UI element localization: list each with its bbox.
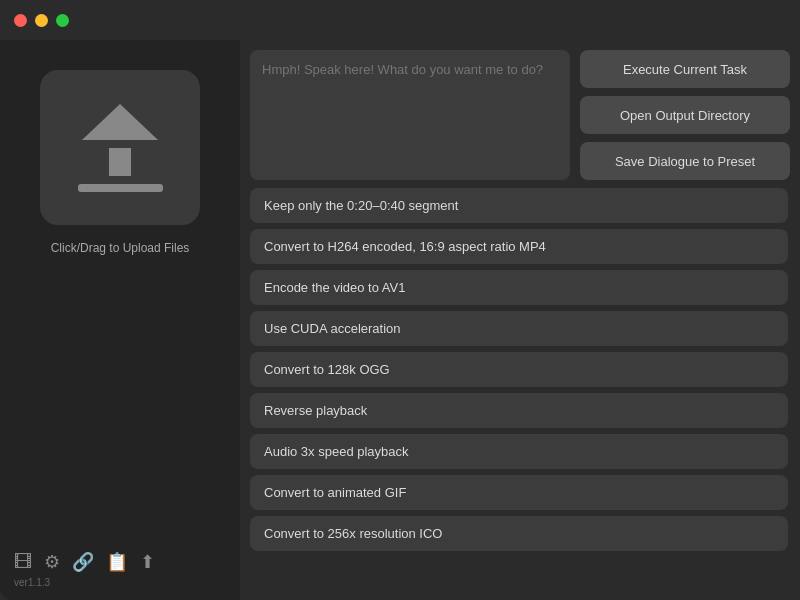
version-label: ver1.1.3 bbox=[14, 577, 226, 588]
preset-item[interactable]: Encode the video to AV1 bbox=[250, 270, 788, 305]
upload-base bbox=[78, 184, 163, 192]
upload-arrow bbox=[82, 104, 158, 140]
preset-item[interactable]: Convert to animated GIF bbox=[250, 475, 788, 510]
preset-list: Keep only the 0:20–0:40 segmentConvert t… bbox=[250, 188, 790, 590]
close-button[interactable] bbox=[14, 14, 27, 27]
gear-icon[interactable]: ⚙ bbox=[44, 551, 60, 573]
preset-item[interactable]: Audio 3x speed playback bbox=[250, 434, 788, 469]
top-section: Execute Current Task Open Output Directo… bbox=[250, 50, 790, 180]
preset-item[interactable]: Use CUDA acceleration bbox=[250, 311, 788, 346]
upload-stem bbox=[109, 148, 131, 176]
titlebar bbox=[0, 0, 800, 40]
chat-input[interactable] bbox=[250, 50, 570, 180]
execute-button[interactable]: Execute Current Task bbox=[580, 50, 790, 88]
upload-area[interactable] bbox=[40, 70, 200, 225]
preset-item[interactable]: Convert to 256x resolution ICO bbox=[250, 516, 788, 551]
sidebar-footer: 🎞 ⚙ 🔗 📋 ⬆ ver1.1.3 bbox=[0, 539, 240, 600]
content-area: Execute Current Task Open Output Directo… bbox=[240, 40, 800, 600]
link-icon[interactable]: 🔗 bbox=[72, 551, 94, 573]
save-preset-button[interactable]: Save Dialogue to Preset bbox=[580, 142, 790, 180]
minimize-button[interactable] bbox=[35, 14, 48, 27]
upload-label: Click/Drag to Upload Files bbox=[51, 241, 190, 255]
preset-item[interactable]: Reverse playback bbox=[250, 393, 788, 428]
film-icon[interactable]: 🎞 bbox=[14, 552, 32, 573]
preset-item[interactable]: Convert to H264 encoded, 16:9 aspect rat… bbox=[250, 229, 788, 264]
footer-icons: 🎞 ⚙ 🔗 📋 ⬆ bbox=[14, 551, 226, 573]
copy-icon[interactable]: 📋 bbox=[106, 551, 128, 573]
upload-small-icon[interactable]: ⬆ bbox=[140, 551, 155, 573]
preset-item[interactable]: Keep only the 0:20–0:40 segment bbox=[250, 188, 788, 223]
action-buttons: Execute Current Task Open Output Directo… bbox=[580, 50, 790, 180]
main-window: Click/Drag to Upload Files 🎞 ⚙ 🔗 📋 ⬆ ver… bbox=[0, 0, 800, 600]
main-layout: Click/Drag to Upload Files 🎞 ⚙ 🔗 📋 ⬆ ver… bbox=[0, 40, 800, 600]
upload-icon bbox=[78, 104, 163, 192]
preset-item[interactable]: Convert to 128k OGG bbox=[250, 352, 788, 387]
sidebar: Click/Drag to Upload Files 🎞 ⚙ 🔗 📋 ⬆ ver… bbox=[0, 40, 240, 600]
traffic-lights bbox=[14, 14, 69, 27]
open-output-button[interactable]: Open Output Directory bbox=[580, 96, 790, 134]
maximize-button[interactable] bbox=[56, 14, 69, 27]
